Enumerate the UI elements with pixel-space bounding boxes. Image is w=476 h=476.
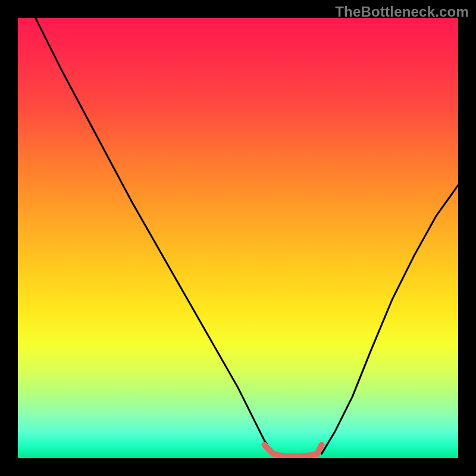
curve-bottom-highlight <box>264 445 321 456</box>
chart-frame: TheBottleneck.com <box>0 0 476 476</box>
plot-area <box>18 18 458 458</box>
curve-layer <box>18 18 458 458</box>
watermark-text: TheBottleneck.com <box>335 4 469 20</box>
curve-left-arm <box>36 18 274 454</box>
curve-right-arm <box>322 185 458 453</box>
